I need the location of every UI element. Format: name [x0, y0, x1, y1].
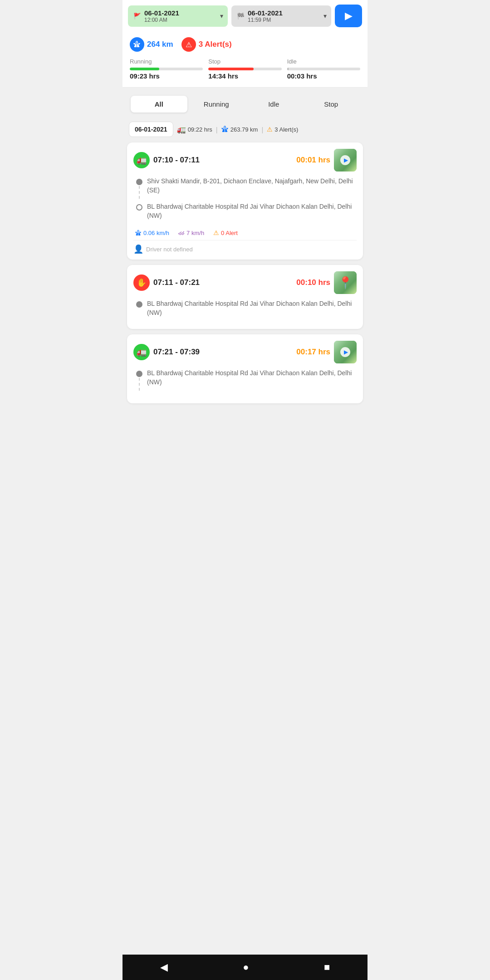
start-time: 12:00 AM	[144, 17, 167, 23]
tab-running[interactable]: Running	[188, 96, 245, 113]
trip-card-1: 🚛 07:10 - 07:11 00:01 hrs ▶ Shiv	[127, 142, 363, 260]
progress-section: Running 09:23 hrs Stop 14:34 hrs Idle 00…	[122, 54, 368, 88]
idle-progress: Idle 00:03 hrs	[287, 58, 360, 80]
map-thumb-3[interactable]: ▶	[334, 341, 357, 363]
avg-speed-value-1: 0.06 km/h	[143, 230, 169, 236]
running-icon-3: 🚛	[133, 344, 150, 360]
road-icon-sm: 🛣	[221, 125, 229, 133]
idle-bar	[287, 68, 289, 70]
route-from-3: BL Bhardwaj Charitable Hospital Rd Jai V…	[136, 369, 354, 392]
stop-icon-2: ✋	[133, 274, 150, 291]
distance-stat: 🛣 264 km	[130, 37, 173, 52]
tab-all[interactable]: All	[131, 96, 187, 113]
summary-distance: 🛣 263.79 km	[221, 125, 258, 133]
end-time: 11:59 PM	[248, 17, 271, 23]
summary-alerts: ⚠ 3 Alert(s)	[267, 126, 298, 133]
from-address-2: BL Bhardwaj Charitable Hospital Rd Jai V…	[147, 299, 354, 317]
bottom-nav: ◀ ● ■	[122, 955, 368, 980]
map-thumb-1[interactable]: ▶	[334, 149, 357, 172]
trip-time-2: 07:11 - 07:21	[153, 278, 200, 287]
driver-row-1: 👤 Driver not defined	[133, 240, 357, 254]
trip-duration-1: 00:01 hrs	[296, 156, 330, 165]
map-pin-icon-2: 📍	[338, 276, 353, 290]
to-dot-1	[136, 204, 142, 211]
alerts-stat: ⚠ 3 Alert(s)	[181, 37, 232, 52]
start-date: 06-01-2021	[144, 9, 179, 17]
stop-label: Stop	[208, 58, 281, 65]
running-icon-1: 🚛	[133, 152, 150, 168]
trip-card-2: ✋ 07:11 - 07:21 00:10 hrs 📍 BL Bhardwaj …	[127, 265, 363, 329]
route-to-1: BL Bhardwaj Charitable Hospital Rd Jai V…	[136, 202, 354, 220]
nav-recents-button[interactable]: ■	[319, 957, 334, 978]
avg-speed-1: 🛣 0.06 km/h	[135, 229, 169, 236]
running-value: 09:23 hrs	[130, 72, 203, 80]
from-dot-3	[136, 371, 142, 377]
alert-count-icon-1: ⚠	[213, 229, 219, 236]
driver-name-1: Driver not defined	[146, 246, 193, 253]
alerts-value: 3 Alert(s)	[199, 40, 232, 49]
end-chevron-icon: ▾	[323, 12, 327, 20]
end-date-button[interactable]: 🏁 06-01-2021 11:59 PM ▾	[231, 5, 331, 27]
trip-time-3: 07:21 - 07:39	[153, 348, 200, 357]
play-icon: ▶	[345, 10, 353, 22]
nav-home-button[interactable]: ●	[238, 957, 253, 978]
start-flag-icon: 🚩	[132, 12, 142, 20]
route-from-2: BL Bhardwaj Charitable Hospital Rd Jai V…	[136, 299, 354, 317]
summary-distance-value: 263.79 km	[230, 126, 258, 133]
tab-stop[interactable]: Stop	[303, 96, 360, 113]
running-bar	[130, 68, 159, 70]
stop-progress: Stop 14:34 hrs	[208, 58, 281, 80]
end-flag-icon: 🏁	[236, 12, 245, 20]
start-date-button[interactable]: 🚩 06-01-2021 12:00 AM ▾	[128, 5, 228, 27]
date-summary: 06-01-2021 🚛 09:22 hrs | 🛣 263.79 km | ⚠…	[129, 122, 361, 137]
filter-tabs: All Running Idle Stop	[129, 94, 361, 114]
trip-metrics-1: 🛣 0.06 km/h 🏎 7 km/h ⚠ 0 Alert	[133, 229, 357, 236]
from-dot-1	[136, 179, 142, 185]
stop-bar	[208, 68, 254, 70]
idle-value: 00:03 hrs	[287, 72, 360, 80]
trip-card-3: 🚛 07:21 - 07:39 00:17 hrs ▶ BL Bh	[127, 334, 363, 403]
to-address-1: BL Bhardwaj Charitable Hospital Rd Jai V…	[147, 202, 354, 220]
distance-icon: 🛣	[130, 37, 144, 52]
map-thumb-2[interactable]: 📍	[334, 271, 357, 294]
max-speed-value-1: 7 km/h	[186, 230, 204, 236]
speed-icon-1: 🛣	[135, 229, 142, 236]
summary-running-value: 09:22 hrs	[188, 126, 212, 133]
start-chevron-icon: ▾	[220, 12, 223, 20]
running-progress: Running 09:23 hrs	[130, 58, 203, 80]
running-label: Running	[130, 58, 203, 65]
summary-alerts-value: 3 Alert(s)	[274, 126, 298, 133]
play-button[interactable]: ▶	[335, 5, 362, 27]
trip-time-1: 07:10 - 07:11	[153, 156, 200, 165]
idle-label: Idle	[287, 58, 360, 65]
alert-icon-sm: ⚠	[267, 126, 273, 133]
from-address-3: BL Bhardwaj Charitable Hospital Rd Jai V…	[147, 369, 354, 387]
max-speed-icon-1: 🏎	[178, 229, 185, 236]
header: 🚩 06-01-2021 12:00 AM ▾ 🏁 06-01-2021 11:…	[122, 0, 368, 32]
alert-icon: ⚠	[181, 37, 196, 52]
max-speed-1: 🏎 7 km/h	[178, 229, 204, 236]
stats-row: 🛣 264 km ⚠ 3 Alert(s)	[122, 32, 368, 54]
truck-icon: 🚛	[177, 125, 186, 134]
route-section-3: BL Bhardwaj Charitable Hospital Rd Jai V…	[133, 369, 357, 398]
from-address-1: Shiv Shakti Mandir, B-201, Dichaon Encla…	[147, 177, 354, 195]
trip-duration-3: 00:17 hrs	[296, 348, 330, 357]
alert-count-value-1: 0 Alert	[221, 230, 238, 236]
alert-count-1: ⚠ 0 Alert	[213, 229, 238, 236]
driver-icon-1: 👤	[133, 244, 143, 254]
route-section-1: Shiv Shakti Mandir, B-201, Dichaon Encla…	[133, 177, 357, 226]
route-section-2: BL Bhardwaj Charitable Hospital Rd Jai V…	[133, 299, 357, 323]
from-dot-2	[136, 301, 142, 308]
trip-duration-2: 00:10 hrs	[296, 278, 330, 287]
end-date: 06-01-2021	[248, 9, 283, 17]
distance-value: 264 km	[147, 40, 173, 49]
trips-list: 🚛 07:10 - 07:11 00:01 hrs ▶ Shiv	[122, 140, 368, 440]
route-from-1: Shiv Shakti Mandir, B-201, Dichaon Encla…	[136, 177, 354, 200]
nav-back-button[interactable]: ◀	[156, 957, 172, 978]
tab-idle[interactable]: Idle	[245, 96, 302, 113]
summary-date: 06-01-2021	[129, 122, 173, 137]
summary-running: 🚛 09:22 hrs	[177, 125, 212, 134]
stop-value: 14:34 hrs	[208, 72, 281, 80]
